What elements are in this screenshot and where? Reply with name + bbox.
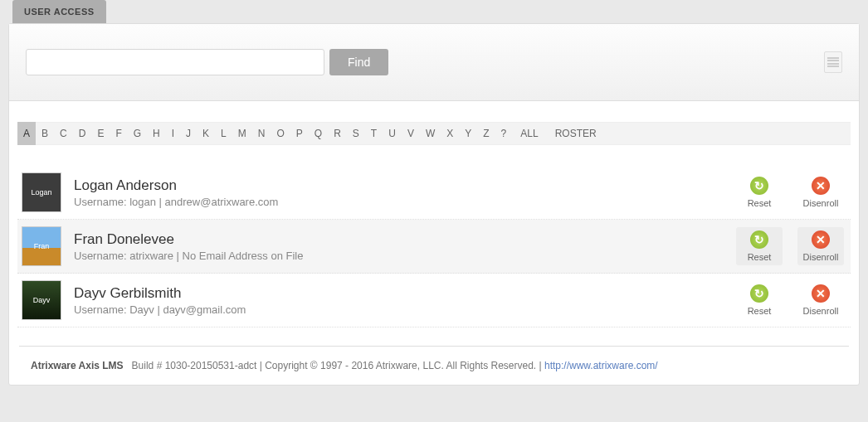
reset-icon: ↻ bbox=[750, 284, 768, 303]
disenroll-button[interactable]: ✕Disenroll bbox=[797, 281, 844, 319]
alpha-letter-C[interactable]: C bbox=[54, 122, 73, 145]
reset-icon: ↻ bbox=[750, 230, 768, 249]
disenroll-label: Disenroll bbox=[803, 198, 839, 208]
user-info: Logan AndersonUsername: logan | andrew@a… bbox=[74, 177, 736, 208]
user-meta: Username: Dayv | dayv@gmail.com bbox=[74, 303, 736, 316]
disenroll-icon: ✕ bbox=[812, 177, 830, 195]
tab-strip: USER ACCESS bbox=[0, 0, 868, 23]
alpha-letter-Q[interactable]: Q bbox=[309, 122, 328, 145]
reset-label: Reset bbox=[748, 306, 772, 316]
page: USER ACCESS Find ABCDEFGHIJKLMNOPQRSTUVW… bbox=[0, 0, 868, 394]
alpha-letter-L[interactable]: L bbox=[215, 122, 232, 145]
alpha-letter-Z[interactable]: Z bbox=[477, 122, 495, 145]
avatar: Logan bbox=[22, 172, 61, 212]
user-info: Dayv GerbilsmithUsername: Dayv | dayv@gm… bbox=[74, 285, 736, 316]
row-actions: ↻Reset✕Disenroll bbox=[736, 281, 844, 319]
tab-user-access[interactable]: USER ACCESS bbox=[12, 0, 106, 23]
user-row[interactable]: LoganLogan AndersonUsername: logan | and… bbox=[17, 166, 851, 220]
document-icon[interactable] bbox=[824, 51, 842, 73]
user-name: Logan Anderson bbox=[74, 177, 736, 194]
user-info: Fran DoneleveeUsername: atrixware | No E… bbox=[74, 231, 736, 262]
user-name: Fran Donelevee bbox=[74, 231, 736, 248]
alpha-letter-U[interactable]: U bbox=[383, 122, 402, 145]
disenroll-label: Disenroll bbox=[803, 306, 839, 316]
alpha-letter-S[interactable]: S bbox=[347, 122, 365, 145]
user-meta: Username: atrixware | No Email Address o… bbox=[74, 250, 736, 262]
avatar: Dayv bbox=[22, 280, 61, 320]
user-meta: Username: logan | andrew@atrixware.com bbox=[74, 196, 736, 208]
reset-button[interactable]: ↻Reset bbox=[736, 281, 783, 319]
alpha-letter-R[interactable]: R bbox=[328, 122, 347, 145]
alpha-letter-K[interactable]: K bbox=[197, 122, 215, 145]
row-actions: ↻Reset✕Disenroll bbox=[736, 173, 844, 211]
alpha-letter-M[interactable]: M bbox=[232, 122, 252, 145]
disenroll-icon: ✕ bbox=[812, 230, 830, 249]
disenroll-button[interactable]: ✕Disenroll bbox=[797, 173, 844, 211]
reset-label: Reset bbox=[748, 198, 772, 208]
user-row[interactable]: DayvDayv GerbilsmithUsername: Dayv | day… bbox=[17, 274, 851, 327]
user-name: Dayv Gerbilsmith bbox=[74, 285, 736, 302]
panel-body: ABCDEFGHIJKLMNOPQRSTUVWXYZ?ALLROSTER Log… bbox=[9, 101, 859, 336]
find-button[interactable]: Find bbox=[329, 49, 388, 75]
disenroll-icon: ✕ bbox=[812, 284, 830, 303]
alpha-letter-X[interactable]: X bbox=[441, 122, 459, 145]
reset-button[interactable]: ↻Reset bbox=[736, 173, 783, 211]
alpha-bar: ABCDEFGHIJKLMNOPQRSTUVWXYZ?ALLROSTER bbox=[17, 122, 851, 145]
disenroll-label: Disenroll bbox=[803, 252, 839, 262]
alpha-letter-N[interactable]: N bbox=[252, 122, 271, 145]
alpha-letter-H[interactable]: H bbox=[147, 122, 166, 145]
reset-label: Reset bbox=[748, 252, 772, 262]
alpha-letter-I[interactable]: I bbox=[166, 122, 180, 145]
alpha-letter-?[interactable]: ? bbox=[495, 122, 513, 145]
alpha-letter-W[interactable]: W bbox=[420, 122, 441, 145]
panel-head: Find bbox=[9, 24, 859, 101]
alpha-letter-D[interactable]: D bbox=[73, 122, 92, 145]
user-list: LoganLogan AndersonUsername: logan | and… bbox=[17, 166, 851, 327]
user-row[interactable]: FranFran DoneleveeUsername: atrixware | … bbox=[17, 220, 851, 274]
alpha-letter-J[interactable]: J bbox=[180, 122, 197, 145]
alpha-letter-A[interactable]: A bbox=[17, 122, 36, 145]
alpha-letter-V[interactable]: V bbox=[402, 122, 420, 145]
alpha-letter-P[interactable]: P bbox=[290, 122, 309, 145]
footer-build: Build # 1030-20150531-adct | Copyright ©… bbox=[132, 360, 544, 371]
alpha-letter-T[interactable]: T bbox=[365, 122, 383, 145]
reset-button[interactable]: ↻Reset bbox=[736, 227, 783, 265]
search-input[interactable] bbox=[26, 49, 324, 75]
footer-link[interactable]: http://www.atrixware.com/ bbox=[544, 360, 658, 371]
avatar: Fran bbox=[22, 226, 61, 266]
alpha-letter-F[interactable]: F bbox=[110, 122, 127, 145]
row-actions: ↻Reset✕Disenroll bbox=[736, 227, 844, 265]
footer: Atrixware Axis LMS Build # 1030-20150531… bbox=[19, 346, 849, 385]
alpha-letter-Y[interactable]: Y bbox=[459, 122, 477, 145]
alpha-letter-G[interactable]: G bbox=[128, 122, 147, 145]
alpha-letter-O[interactable]: O bbox=[271, 122, 290, 145]
reset-icon: ↻ bbox=[750, 177, 768, 195]
footer-product: Atrixware Axis LMS bbox=[31, 360, 124, 371]
main-panel: Find ABCDEFGHIJKLMNOPQRSTUVWXYZ?ALLROSTE… bbox=[8, 23, 860, 386]
disenroll-button[interactable]: ✕Disenroll bbox=[797, 227, 844, 265]
alpha-all[interactable]: ALL bbox=[512, 122, 546, 145]
alpha-roster[interactable]: ROSTER bbox=[547, 122, 605, 145]
alpha-letter-B[interactable]: B bbox=[36, 122, 54, 145]
alpha-letter-E[interactable]: E bbox=[91, 122, 110, 145]
